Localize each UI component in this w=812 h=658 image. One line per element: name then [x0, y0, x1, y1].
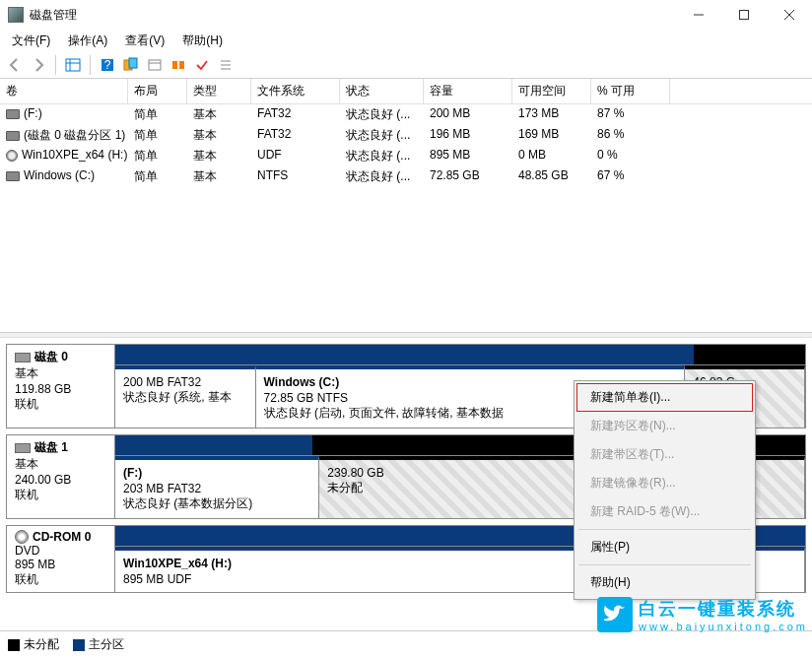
toolbar-icon-3[interactable]	[168, 54, 189, 76]
close-button[interactable]	[767, 0, 812, 30]
disk-name: CD-ROM 0	[33, 530, 91, 544]
toolbar-icon-1[interactable]	[120, 54, 142, 76]
partition[interactable]: (F:)203 MB FAT32状态良好 (基本数据分区)	[115, 456, 319, 518]
disk-name: 磁盘 0	[34, 349, 68, 365]
cell-layout: 简单	[128, 166, 187, 187]
disk-info: CD-ROM 0DVD895 MB联机	[7, 526, 115, 592]
cell-type: 基本	[187, 146, 251, 166]
partition-line1: 203 MB FAT32	[123, 482, 310, 495]
toolbar-list-icon[interactable]	[215, 54, 237, 76]
volume-name: (F:)	[24, 106, 42, 120]
legend-unalloc-swatch	[8, 639, 20, 651]
col-free[interactable]: 可用空间	[512, 79, 591, 103]
menu-help[interactable]: 帮助(H)	[174, 31, 231, 51]
cell-status: 状态良好 (...	[340, 125, 424, 146]
svg-rect-14	[179, 61, 184, 69]
volume-name: Windows (C:)	[24, 168, 95, 182]
col-status[interactable]: 状态	[340, 79, 424, 103]
watermark-title: 白云一键重装系统	[639, 597, 808, 621]
col-volume[interactable]: 卷	[0, 79, 128, 103]
menu-view[interactable]: 查看(V)	[117, 31, 172, 51]
cell-layout: 简单	[128, 125, 187, 146]
menu-action[interactable]: 操作(A)	[60, 31, 115, 51]
toolbar: ?	[0, 51, 812, 79]
col-pct[interactable]: % 可用	[591, 79, 670, 103]
list-row[interactable]: (磁盘 0 磁盘分区 1)简单基本FAT32状态良好 (...196 MB169…	[0, 125, 812, 146]
watermark-url: www.baiyunxitong.com	[639, 621, 808, 632]
svg-rect-1	[740, 11, 749, 20]
list-row[interactable]: (F:)简单基本FAT32状态良好 (...200 MB173 MB87 %	[0, 104, 812, 125]
back-button[interactable]	[4, 54, 26, 76]
cell-status: 状态良好 (...	[340, 104, 424, 125]
partition[interactable]: 200 MB FAT32状态良好 (系统, 基本	[115, 365, 256, 428]
cell-layout: 简单	[128, 146, 187, 166]
legend-primary-label: 主分区	[89, 636, 124, 653]
cell-pct: 86 %	[591, 125, 670, 146]
toolbar-check-icon[interactable]	[191, 54, 213, 76]
cell-status: 状态良好 (...	[340, 166, 424, 187]
cm-help[interactable]: 帮助(H)	[576, 568, 753, 597]
toolbar-icon-2[interactable]	[144, 54, 166, 76]
cell-fs: UDF	[251, 146, 340, 166]
svg-rect-10	[129, 58, 137, 68]
legend: 未分配 主分区	[0, 630, 812, 658]
cell-fs: NTFS	[251, 166, 340, 187]
volume-icon	[6, 150, 18, 162]
partition-color-bar	[248, 345, 694, 364]
cm-new-mirrored-volume: 新建镜像卷(R)...	[576, 469, 753, 497]
disk-type: DVD	[15, 544, 106, 558]
disk-type: 基本	[15, 456, 106, 473]
menu-file[interactable]: 文件(F)	[4, 31, 58, 51]
cell-pct: 67 %	[591, 166, 670, 187]
cm-new-striped-volume: 新建带区卷(T)...	[576, 440, 753, 469]
legend-unalloc-label: 未分配	[24, 636, 59, 653]
col-capacity[interactable]: 容量	[424, 79, 512, 103]
minimize-button[interactable]	[676, 0, 721, 30]
cell-type: 基本	[187, 125, 251, 146]
list-row[interactable]: Windows (C:)简单基本NTFS状态良好 (...72.85 GB48.…	[0, 166, 812, 187]
list-row[interactable]: Win10XPE_x64 (H:)简单基本UDF状态良好 (...895 MB0…	[0, 146, 812, 166]
cell-type: 基本	[187, 104, 251, 125]
cm-new-spanned-volume: 新建跨区卷(N)...	[576, 412, 753, 440]
help-icon[interactable]: ?	[97, 54, 118, 76]
svg-text:?: ?	[104, 58, 111, 72]
cell-capacity: 200 MB	[424, 104, 512, 125]
partition-line2: 状态良好 (基本数据分区)	[123, 495, 310, 512]
legend-primary-swatch	[73, 639, 85, 651]
volume-icon	[6, 171, 20, 181]
disk-name: 磁盘 1	[34, 439, 68, 456]
context-menu: 新建简单卷(I)... 新建跨区卷(N)... 新建带区卷(T)... 新建镜像…	[574, 380, 756, 600]
view-icon[interactable]	[62, 54, 84, 76]
svg-rect-13	[172, 61, 177, 69]
svg-rect-11	[149, 60, 161, 70]
cell-status: 状态良好 (...	[340, 146, 424, 166]
volume-icon	[6, 109, 20, 119]
partition-line1: 200 MB FAT32	[123, 375, 247, 389]
disk-size: 895 MB	[15, 558, 106, 571]
disk-size: 240.00 GB	[15, 473, 106, 487]
cell-fs: FAT32	[251, 125, 340, 146]
volume-icon	[6, 131, 20, 141]
partition-color-bar	[115, 435, 312, 455]
forward-button[interactable]	[28, 54, 49, 76]
col-fs[interactable]: 文件系统	[251, 79, 340, 103]
disk-info: 磁盘 1基本240.00 GB联机	[7, 435, 115, 518]
maximize-button[interactable]	[721, 0, 767, 30]
col-type[interactable]: 类型	[187, 79, 251, 103]
cell-free: 169 MB	[512, 125, 591, 146]
cm-new-raid5-volume: 新建 RAID-5 卷(W)...	[576, 497, 753, 526]
list-header: 卷 布局 类型 文件系统 状态 容量 可用空间 % 可用	[0, 79, 812, 104]
volume-name: Win10XPE_x64 (H:)	[22, 148, 127, 162]
partition-line2: 状态良好 (系统, 基本	[123, 389, 247, 406]
volume-list[interactable]: 卷 布局 类型 文件系统 状态 容量 可用空间 % 可用 (F:)简单基本FAT…	[0, 79, 812, 333]
partition-color-bar	[115, 345, 248, 364]
disk-status: 联机	[15, 396, 106, 413]
disk-icon	[15, 353, 31, 362]
cell-capacity: 196 MB	[424, 125, 512, 146]
svg-rect-4	[66, 59, 80, 71]
cm-new-simple-volume[interactable]: 新建简单卷(I)...	[576, 383, 753, 412]
col-layout[interactable]: 布局	[128, 79, 187, 103]
cell-pct: 87 %	[591, 104, 670, 125]
cm-properties[interactable]: 属性(P)	[576, 533, 753, 561]
cell-pct: 0 %	[591, 146, 670, 166]
